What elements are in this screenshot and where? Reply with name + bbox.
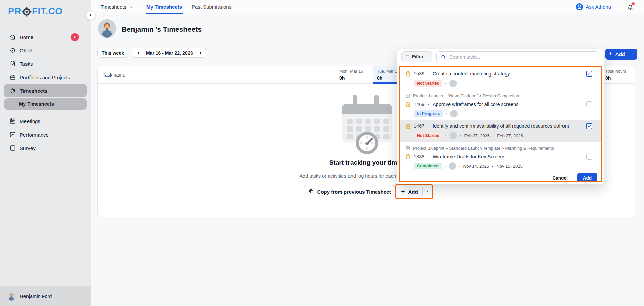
assignee-avatar <box>450 110 458 117</box>
add-confirm-button[interactable]: Add <box>577 173 597 182</box>
add-dropdown-toggle-bottom[interactable] <box>423 185 432 198</box>
sidebar-item-meetings[interactable]: Meetings <box>0 114 91 128</box>
task-id: 1467 <box>414 123 424 129</box>
chevron-down-icon <box>631 51 635 57</box>
task-checkbox[interactable] <box>586 101 592 107</box>
previous-week-icon[interactable] <box>137 51 140 55</box>
task-dates: Nov 14, 2025 - Nov 15, 2025 <box>459 164 523 169</box>
sidebar-user-menu[interactable]: Benjamin Ford <box>0 286 91 306</box>
copy-icon <box>308 188 314 195</box>
assignee-avatar <box>449 162 456 170</box>
week-navigator: Mar 16 - Mar 22, 2026 <box>132 48 207 58</box>
dot-separator <box>445 166 446 167</box>
task-checkbox[interactable] <box>586 154 592 160</box>
logo-text-pr: PR <box>8 6 21 17</box>
task-checkbox[interactable] <box>586 123 592 129</box>
sidebar-item-portfolios-and-projects[interactable]: Portfolios and Projects <box>0 70 91 84</box>
notifications-button[interactable] <box>627 3 634 11</box>
notification-count-badge: 31 <box>71 33 79 41</box>
user-name: Benjamin Ford <box>20 294 52 299</box>
sidebar-item-survey[interactable]: Survey <box>0 141 91 155</box>
next-week-icon[interactable] <box>199 51 202 55</box>
task-clipboard-icon <box>405 71 411 77</box>
sidebar-collapse-button[interactable] <box>86 11 95 20</box>
profile-avatar <box>98 19 116 38</box>
breadcrumb-timesheets[interactable]: Timesheets <box>101 4 126 10</box>
user-avatar <box>7 292 16 301</box>
filter-button[interactable]: Filter <box>401 51 432 62</box>
document-icon <box>405 93 410 98</box>
project-group-header: Product Launch – “Nova Platform” > Desig… <box>400 91 601 99</box>
tab-my-timesheets[interactable]: My Timesheets <box>146 0 182 14</box>
sidebar-item-my-timesheets[interactable]: My Timesheets <box>4 98 87 110</box>
tutorial-highlight-box: 1539 - Create a content marketing strate… <box>399 66 602 182</box>
plus-icon <box>401 189 405 195</box>
assignee-avatar <box>449 80 457 87</box>
add-button-highlight-ring: Add <box>395 184 433 199</box>
day-hours: 0h <box>339 75 373 81</box>
sidebar-item-home[interactable]: Home 31 <box>0 30 91 44</box>
okr-target-icon <box>9 47 16 54</box>
task-dates: Feb 27, 2026 - Feb 27, 2026 <box>460 133 523 138</box>
notification-dot <box>632 2 635 5</box>
athena-icon <box>576 3 583 10</box>
popup-task-list: 1539 - Create a content marketing strate… <box>400 67 601 173</box>
this-week-button[interactable]: This week <box>97 48 128 58</box>
end-date: Feb 27, 2026 <box>497 133 523 138</box>
sidebar-item-tasks[interactable]: Tasks <box>0 57 91 70</box>
status-badge: Completed <box>414 163 442 169</box>
topbar: Timesheets › My TimesheetsPast Submissio… <box>91 0 644 14</box>
logo-text-fitco: FIT.CO <box>32 6 63 17</box>
main-area: Timesheets › My TimesheetsPast Submissio… <box>91 0 644 306</box>
task-id: 1338 <box>414 154 424 159</box>
status-badge: In Progress <box>414 110 443 117</box>
topbar-right: Ask Athena <box>576 3 634 11</box>
app-root: PRFIT.CO Home 31 OKRs Tasks Portfolios a… <box>0 0 644 306</box>
task-row[interactable]: 1469 - Approve wireframes for all core s… <box>400 99 601 120</box>
tasks-icon <box>9 60 16 67</box>
search-tasks-input[interactable] <box>449 54 595 60</box>
ask-athena-button[interactable]: Ask Athena <box>576 3 611 10</box>
home-icon <box>9 34 16 40</box>
assignee-avatar <box>449 132 457 139</box>
task-row[interactable]: 1467 - Identify and confirm availability… <box>400 120 601 142</box>
bell-icon <box>627 6 634 12</box>
chevron-left-icon <box>89 12 93 18</box>
popup-footer: Cancel Add <box>400 173 601 182</box>
task-checkbox[interactable] <box>586 71 592 77</box>
performance-icon <box>9 131 16 138</box>
copy-previous-timesheet-button[interactable]: Copy from previous Timesheet <box>304 185 395 198</box>
breadcrumb-chevron-icon: › <box>130 4 132 10</box>
plus-icon <box>608 52 613 57</box>
task-title: Wireframe Drafts for Key Screens <box>433 154 505 159</box>
document-icon <box>405 146 410 151</box>
task-id: 1539 <box>414 71 424 76</box>
sidebar-item-okrs[interactable]: OKRs <box>0 44 91 57</box>
sidebar-item-performance[interactable]: Performance <box>0 128 91 141</box>
profit-co-logo[interactable]: PRFIT.CO <box>8 6 63 17</box>
add-button-top[interactable]: Add <box>605 49 628 60</box>
popup-toolbar: Filter <box>401 51 599 62</box>
dot-separator <box>446 113 447 114</box>
task-clipboard-icon <box>405 154 411 160</box>
sidebar-item-timesheets[interactable]: Timesheets <box>4 84 87 97</box>
end-date: Nov 15, 2025 <box>496 164 522 169</box>
task-id: 1469 <box>414 102 424 107</box>
chevron-down-icon <box>425 189 429 195</box>
logo-target-icon <box>22 7 32 17</box>
dot-separator <box>459 166 460 167</box>
dot-separator <box>460 135 461 136</box>
add-dropdown-toggle-top[interactable] <box>628 49 637 60</box>
breadcrumb[interactable]: Timesheets › <box>101 4 132 10</box>
task-clipboard-icon <box>405 102 411 107</box>
task-row[interactable]: 1539 - Create a content marketing strate… <box>400 68 601 90</box>
tab-past-submissions[interactable]: Past Submissions <box>192 0 231 14</box>
task-row[interactable]: 1338 - Wireframe Drafts for Key Screens … <box>400 151 601 173</box>
task-name-column-header: Task name <box>103 72 125 78</box>
cancel-button[interactable]: Cancel <box>547 173 573 182</box>
page-title: Benjamin 's Timesheets <box>122 25 202 33</box>
total-hours-column: Total hours 0h <box>601 66 635 83</box>
day-column-mon-mar-16: Mon, Mar 160h <box>335 66 373 83</box>
add-task-popup: Filter 1539 - Create a content marketing… <box>397 49 604 184</box>
add-button-bottom[interactable]: Add <box>396 185 422 198</box>
